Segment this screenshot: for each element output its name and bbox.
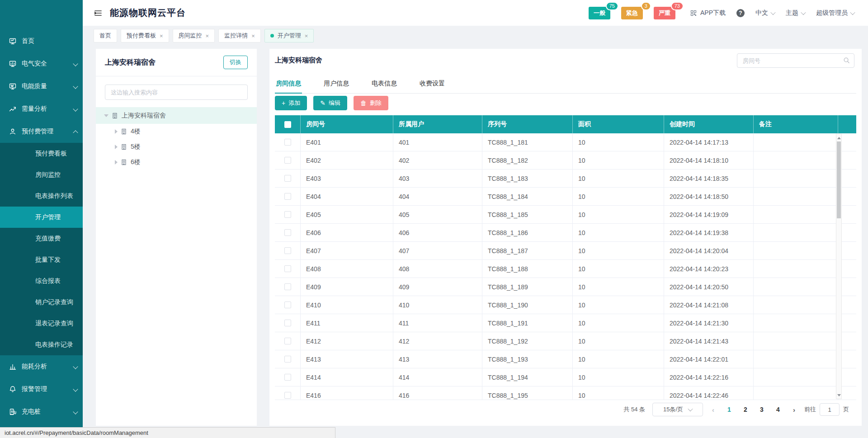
row-checkbox[interactable]: [284, 229, 291, 236]
menu-collapse-icon[interactable]: [94, 9, 103, 18]
user-menu[interactable]: 超级管理员: [816, 9, 854, 17]
table-row: E408 408 TC888_1_188 10 2022-04-14 14:20…: [275, 260, 856, 278]
row-checkbox[interactable]: [284, 338, 291, 344]
sidebar-item[interactable]: 房间监控: [0, 164, 83, 185]
column-header-area: 面积: [573, 115, 664, 133]
cell-created: 2022-04-14 14:20:04: [664, 242, 754, 259]
cell-area: 10: [573, 206, 664, 223]
sidebar-item[interactable]: 充电桩: [0, 400, 83, 423]
cell-serial: TC888_1_195: [482, 386, 573, 400]
scrollbar-thumb[interactable]: [837, 141, 841, 218]
sidebar-item[interactable]: 退表记录查询: [0, 313, 83, 334]
prev-page-button[interactable]: ‹: [710, 406, 716, 414]
sidebar: 首页 电气安全 电能质量 需量分析 预付费管理 预付费看板 房间监控: [0, 0, 83, 438]
table-row: E414 414 TC888_1_194 10 2022-04-14 14:22…: [275, 368, 856, 386]
nav-tab[interactable]: 首页 ×: [94, 29, 117, 42]
cell-room: E412: [301, 332, 393, 350]
cell-created: 2022-04-14 14:22:01: [664, 350, 754, 368]
detail-tab[interactable]: 房间信息: [275, 75, 302, 93]
cell-remark: [754, 350, 838, 368]
page-number[interactable]: 3: [756, 406, 768, 413]
detail-tab[interactable]: 用户信息: [323, 75, 350, 93]
page-number[interactable]: 1: [723, 406, 735, 413]
select-all-checkbox[interactable]: [284, 121, 291, 128]
detail-tab-label: 收费设置: [420, 80, 445, 87]
page-number[interactable]: 2: [740, 406, 751, 413]
row-checkbox[interactable]: [284, 139, 291, 146]
cell-area: 10: [573, 151, 664, 169]
alarm-level-general-badge[interactable]: 一般 75: [589, 7, 610, 19]
room-number-search-input[interactable]: [737, 53, 854, 68]
sidebar-item-label: 电气安全: [22, 60, 47, 68]
sidebar-item[interactable]: 销户记录查询: [0, 292, 83, 313]
row-checkbox[interactable]: [284, 283, 291, 290]
row-checkbox[interactable]: [284, 392, 291, 399]
sidebar-item[interactable]: 电能质量: [0, 75, 83, 98]
row-checkbox[interactable]: [284, 374, 291, 381]
sidebar-item[interactable]: 预付费看板: [0, 143, 83, 164]
tree-node[interactable]: 6楼: [96, 155, 257, 170]
next-page-button[interactable]: ›: [791, 406, 797, 414]
page-size-select[interactable]: 15条/页: [652, 403, 703, 416]
goto-page-input[interactable]: [820, 403, 840, 416]
nav-tab[interactable]: 房间监控 ×: [173, 29, 215, 42]
sidebar-item[interactable]: 批量下发: [0, 249, 83, 270]
sidebar-item[interactable]: 电气安全: [0, 52, 83, 75]
row-checkbox[interactable]: [284, 356, 291, 363]
cell-room: E404: [301, 188, 393, 205]
nav-tab[interactable]: 预付费看板 ×: [121, 29, 169, 42]
sidebar-item[interactable]: 能耗分析: [0, 355, 83, 378]
row-checkbox[interactable]: [284, 247, 291, 254]
tree-node-root[interactable]: 上海安科瑞宿舍: [96, 107, 257, 124]
app-download-link[interactable]: APP下载: [690, 9, 726, 17]
sidebar-item[interactable]: 预付费管理: [0, 120, 83, 143]
row-checkbox[interactable]: [284, 193, 291, 200]
delete-button[interactable]: 🗑 删除: [354, 96, 388, 110]
sidebar-item[interactable]: 需量分析: [0, 98, 83, 120]
tree-node[interactable]: 5楼: [96, 139, 257, 155]
row-checkbox[interactable]: [284, 301, 291, 308]
switch-building-button[interactable]: 切换: [223, 56, 248, 69]
row-checkbox[interactable]: [284, 265, 291, 272]
sidebar-item[interactable]: 电表操作列表: [0, 185, 83, 207]
cell-serial: TC888_1_189: [482, 278, 573, 296]
add-button[interactable]: + 添加: [275, 96, 307, 110]
sidebar-item[interactable]: 首页: [0, 30, 83, 52]
detail-tab[interactable]: 收费设置: [419, 75, 446, 93]
active-dot-icon: [270, 34, 274, 38]
row-checkbox[interactable]: [284, 320, 291, 326]
nav-tab-label: 监控详情: [224, 32, 248, 40]
close-icon[interactable]: ×: [251, 33, 255, 39]
help-icon[interactable]: ?: [736, 9, 745, 17]
sidebar-item[interactable]: 综合报表: [0, 270, 83, 292]
table-scrollbar[interactable]: [836, 134, 842, 399]
nav-tab[interactable]: 开户管理 ×: [264, 29, 314, 42]
alarm-level-urgent-badge[interactable]: 紧急 3: [621, 7, 643, 19]
close-icon[interactable]: ×: [206, 33, 209, 39]
scroll-down-arrow[interactable]: [836, 392, 841, 398]
edit-button[interactable]: ✎ 编辑: [313, 96, 347, 110]
row-checkbox[interactable]: [284, 157, 291, 164]
close-icon[interactable]: ×: [305, 33, 308, 39]
tree-search-input[interactable]: [105, 85, 248, 100]
alarm-level-critical-badge[interactable]: 严重 73: [654, 7, 675, 19]
cell-room: E416: [301, 386, 393, 400]
theme-menu[interactable]: 主题: [786, 9, 805, 17]
detail-tab[interactable]: 电表信息: [371, 75, 398, 93]
page-number[interactable]: 4: [772, 406, 784, 413]
sidebar-item[interactable]: 充值缴费: [0, 228, 83, 249]
tree-node[interactable]: 4楼: [96, 124, 257, 139]
sidebar-item[interactable]: 开户管理: [0, 207, 83, 228]
chevron-icon: [73, 106, 78, 111]
search-icon[interactable]: [843, 57, 850, 64]
scroll-up-arrow[interactable]: [836, 135, 841, 141]
close-icon[interactable]: ×: [160, 33, 163, 39]
sidebar-item[interactable]: 报警管理: [0, 378, 83, 400]
sidebar-item[interactable]: 电表操作记录: [0, 334, 83, 355]
cell-area: 10: [573, 133, 664, 151]
nav-tab[interactable]: 监控详情 ×: [218, 29, 261, 42]
language-menu[interactable]: 中文: [755, 9, 775, 17]
row-checkbox[interactable]: [284, 211, 291, 218]
row-checkbox[interactable]: [284, 175, 291, 182]
cell-remark: [754, 332, 838, 350]
